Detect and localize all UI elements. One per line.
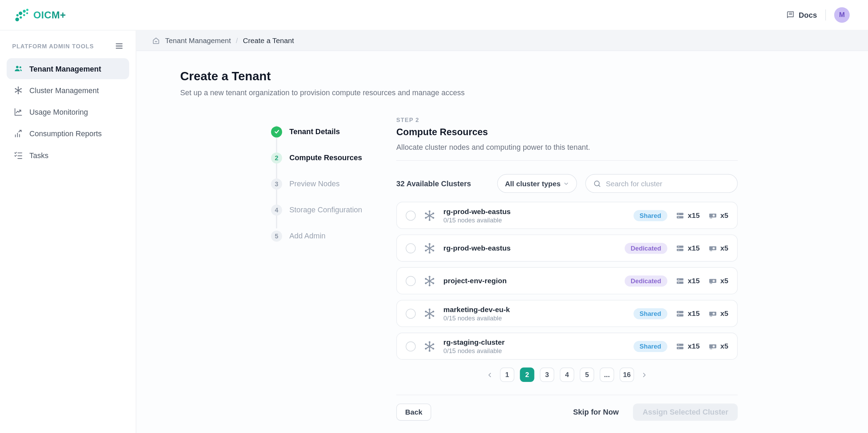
cluster-radio[interactable] bbox=[406, 276, 416, 286]
node-count: x15 bbox=[675, 276, 700, 285]
docs-button[interactable]: Docs bbox=[786, 10, 817, 19]
step-storage-configuration[interactable]: 4 Storage Configuration bbox=[271, 197, 362, 223]
cluster-text: rg-prod-web-eastus bbox=[443, 244, 617, 252]
cluster-row-meta: Shared x15 x5 bbox=[633, 210, 728, 221]
cluster-row[interactable]: rg-prod-web-eastus Dedicated x15 x bbox=[396, 235, 738, 262]
gpu-count-value: x5 bbox=[720, 342, 728, 350]
pagination-page-2-active[interactable]: 2 bbox=[520, 368, 534, 382]
step-number-circle: 4 bbox=[271, 204, 282, 215]
cluster-name: project-env-region bbox=[443, 277, 617, 285]
pagination-prev-button[interactable] bbox=[485, 371, 494, 378]
pagination-page-1[interactable]: 1 bbox=[500, 368, 514, 382]
step-label: Storage Configuration bbox=[289, 206, 362, 214]
cluster-icon bbox=[13, 85, 23, 96]
breadcrumb-tenant-management[interactable]: Tenant Management bbox=[165, 36, 231, 44]
wizard-stepper: Tenant Details 2 Compute Resources 3 Pre… bbox=[271, 119, 362, 249]
content: Create a Tenant Set up a new tenant orga… bbox=[136, 51, 868, 433]
cluster-radio[interactable] bbox=[406, 210, 416, 220]
page-head: Create a Tenant Set up a new tenant orga… bbox=[180, 69, 465, 97]
breadcrumb-create-a-tenant: Create a Tenant bbox=[243, 36, 294, 44]
cluster-text: project-env-region bbox=[443, 277, 617, 285]
top-bar-right: Docs M bbox=[786, 7, 850, 23]
step-preview-nodes[interactable]: 3 Preview Nodes bbox=[271, 171, 362, 197]
app-window: OICM+ Docs M PLATFORM ADMIN TOOLS bbox=[0, 0, 868, 433]
server-icon bbox=[675, 211, 685, 220]
pagination-page-4[interactable]: 4 bbox=[560, 368, 574, 382]
gpu-count-value: x5 bbox=[720, 244, 728, 252]
pagination-page-5[interactable]: 5 bbox=[580, 368, 594, 382]
node-count-value: x15 bbox=[688, 277, 700, 285]
cluster-row[interactable]: project-env-region Dedicated x15 x bbox=[396, 267, 738, 294]
cluster-text: rg-staging-cluster 0/15 nodes available bbox=[443, 338, 626, 354]
step-label: Tenant Details bbox=[289, 128, 340, 136]
cluster-search-input[interactable] bbox=[606, 179, 730, 188]
step-label: Preview Nodes bbox=[289, 180, 340, 188]
pagination-page-3[interactable]: 3 bbox=[540, 368, 554, 382]
cluster-icon bbox=[423, 209, 436, 222]
cluster-name: rg-prod-web-eastus bbox=[443, 207, 626, 216]
app-body: PLATFORM ADMIN TOOLS Tenant Management bbox=[0, 31, 868, 433]
main-area: Tenant Management / Create a Tenant Crea… bbox=[136, 31, 868, 433]
cluster-name: rg-staging-cluster bbox=[443, 338, 626, 346]
top-bar: OICM+ Docs M bbox=[0, 0, 868, 31]
node-count-value: x15 bbox=[688, 342, 700, 350]
sidebar-item-tasks[interactable]: Tasks bbox=[7, 145, 129, 166]
pagination-ellipsis[interactable]: ... bbox=[600, 368, 614, 382]
pagination-page-16[interactable]: 16 bbox=[620, 368, 634, 382]
cluster-type-value: All cluster types bbox=[505, 179, 560, 188]
sidebar-item-usage-monitoring[interactable]: Usage Monitoring bbox=[7, 101, 129, 123]
step-label: Compute Resources bbox=[289, 154, 362, 162]
sidebar-item-label: Consumption Reports bbox=[30, 129, 102, 138]
topbar-divider bbox=[825, 9, 826, 21]
gpu-icon bbox=[708, 211, 717, 220]
hamburger-icon bbox=[115, 42, 124, 51]
chart-icon bbox=[13, 107, 23, 117]
docs-label: Docs bbox=[799, 11, 817, 19]
cluster-radio[interactable] bbox=[406, 243, 416, 253]
server-icon bbox=[675, 309, 685, 318]
brand-logo[interactable]: OICM+ bbox=[14, 8, 66, 23]
cluster-icon bbox=[423, 340, 436, 353]
server-icon bbox=[675, 342, 685, 351]
skip-for-now-button[interactable]: Skip for Now bbox=[573, 408, 619, 416]
step-number-circle: 3 bbox=[271, 178, 282, 189]
user-avatar[interactable]: M bbox=[834, 7, 850, 23]
cluster-type-badge: Dedicated bbox=[624, 243, 667, 254]
sidebar-collapse-button[interactable] bbox=[115, 42, 124, 51]
footer-right: Skip for Now Assign Selected Cluster bbox=[573, 403, 738, 420]
sidebar-item-consumption-reports[interactable]: Consumption Reports bbox=[7, 123, 129, 144]
gpu-icon bbox=[708, 244, 717, 253]
chevron-down-icon bbox=[563, 180, 570, 187]
page-title: Create a Tenant bbox=[180, 69, 465, 83]
sidebar-item-label: Tasks bbox=[30, 151, 49, 160]
book-icon bbox=[786, 10, 795, 19]
cluster-text: rg-prod-web-eastus 0/15 nodes available bbox=[443, 207, 626, 223]
step-label: Add Admin bbox=[289, 232, 326, 240]
assign-selected-cluster-button[interactable]: Assign Selected Cluster bbox=[633, 403, 738, 420]
step-tenant-details[interactable]: Tenant Details bbox=[271, 119, 362, 145]
cluster-row[interactable]: rg-staging-cluster 0/15 nodes available … bbox=[396, 333, 738, 360]
cluster-radio[interactable] bbox=[406, 309, 416, 319]
cluster-row[interactable]: rg-prod-web-eastus 0/15 nodes available … bbox=[396, 202, 738, 229]
step-check-circle bbox=[271, 126, 282, 137]
cluster-type-select[interactable]: All cluster types bbox=[497, 174, 577, 193]
step-number-circle: 2 bbox=[271, 152, 282, 163]
sidebar-item-cluster-management[interactable]: Cluster Management bbox=[7, 80, 129, 101]
step-panel: STEP 2 Compute Resources Allocate cluste… bbox=[396, 116, 738, 421]
cluster-row-meta: Shared x15 x5 bbox=[633, 341, 728, 352]
gpu-count-value: x5 bbox=[720, 309, 728, 318]
back-button[interactable]: Back bbox=[396, 403, 431, 420]
cluster-row-meta: Dedicated x15 x5 bbox=[624, 275, 728, 286]
cluster-radio[interactable] bbox=[406, 341, 416, 351]
step-eyebrow: STEP 2 bbox=[396, 116, 738, 123]
pagination-next-button[interactable] bbox=[640, 371, 649, 378]
sidebar-item-tenant-management[interactable]: Tenant Management bbox=[7, 58, 129, 79]
breadcrumb-separator: / bbox=[236, 36, 238, 44]
available-clusters-count: 32 Available Clusters bbox=[396, 179, 497, 188]
pagination: 1 2 3 4 5 ... 16 bbox=[396, 368, 738, 382]
cluster-row[interactable]: marketing-dev-eu-k 0/15 nodes available … bbox=[396, 300, 738, 327]
cluster-name: rg-prod-web-eastus bbox=[443, 244, 617, 252]
search-icon bbox=[593, 179, 601, 188]
step-compute-resources[interactable]: 2 Compute Resources bbox=[271, 145, 362, 171]
step-add-admin[interactable]: 5 Add Admin bbox=[271, 223, 362, 249]
